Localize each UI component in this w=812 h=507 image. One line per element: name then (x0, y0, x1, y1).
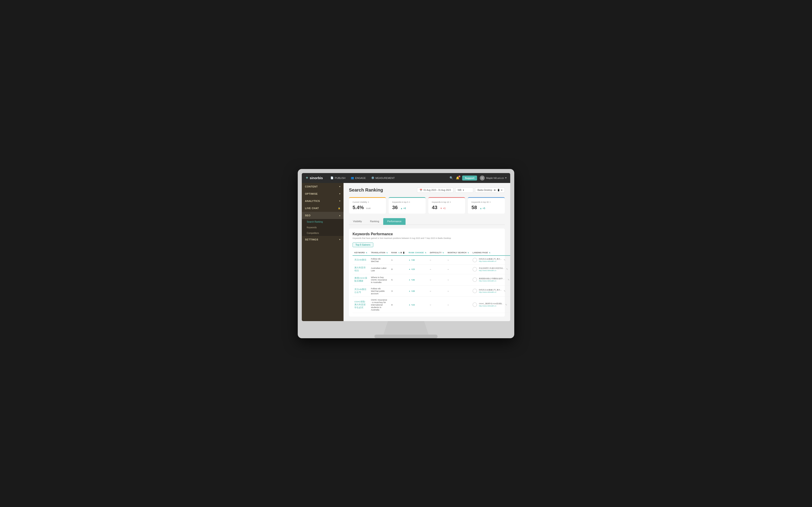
rank-cell: 3 (390, 285, 407, 296)
info-icon[interactable]: ℹ (368, 201, 369, 203)
sidebar-item-livechat[interactable]: LIVE CHAT 🔒 (302, 205, 344, 212)
edit-icon[interactable]: ✎ (504, 259, 505, 261)
edit-icon[interactable]: ✎ (505, 303, 507, 306)
nav-publish[interactable]: 📄 PUBLISH (330, 176, 346, 179)
tab-ranking[interactable]: Ranking (366, 218, 383, 225)
rank-change-cell: ▲ +26 (407, 274, 428, 285)
rank-change-value: ▲ +26 (409, 279, 426, 281)
nib-filter-dropdown[interactable]: NIB ▾ (455, 187, 473, 193)
page-url: http://www.nibhealth.cn (479, 291, 502, 293)
sort-icon[interactable]: ⇅ (425, 252, 426, 253)
bell-icon[interactable]: 🔔 (456, 176, 459, 180)
table-row: OSHC保险-澳大利亚留学生必买 OSHC Insurance - a must… (353, 296, 510, 313)
fair-badge: FAIR (366, 207, 370, 210)
col-translation: TRANSLATION ⇅ (369, 250, 390, 256)
landing-page-cell: 澳洲国际保险公司哪家好|留学字... http://www.nibhealth.… (471, 274, 510, 285)
monthly-search-cell: – (446, 274, 471, 285)
translation-cell: Follow nib WeChat (369, 256, 390, 265)
edit-icon[interactable]: ✎ (508, 279, 510, 281)
sidebar-item-analytics[interactable]: ANALYTICS ▾ (302, 198, 344, 205)
page-thumbnail (472, 289, 477, 293)
tab-visibility[interactable]: Visibility (349, 218, 366, 225)
keyword-link[interactable]: 关注nib微信公众号 (354, 288, 366, 293)
user-menu[interactable]: M Maple hill.uni.cn ▾ (480, 175, 507, 180)
keyword-link[interactable]: 澳大利亚劳动法 (354, 266, 366, 272)
difficulty-cell: – (428, 296, 446, 313)
sort-icon[interactable]: ⇅ (398, 252, 400, 253)
support-button[interactable]: Support (462, 175, 477, 180)
info-icon[interactable]: ℹ (450, 201, 451, 203)
keyword-link[interactable]: 澳洲OSHC保险买哪家 (354, 277, 367, 282)
nav-engage[interactable]: 👥 ENGAGE (350, 176, 366, 179)
sort-icon[interactable]: ⇅ (366, 252, 367, 253)
difficulty-cell: – (428, 285, 446, 296)
sidebar-item-content[interactable]: CONTENT ▾ (302, 183, 344, 190)
page-title-text: 澳洲国际保险公司哪家好|留学字... (479, 277, 506, 280)
difficulty-cell: – (428, 256, 446, 265)
nav-right: 🔍 🔔 Support M Maple hill.uni.cn ▾ (450, 175, 507, 180)
top-navigation: ✦ sinorbis 📄 PUBLISH 👥 ENGAGE ⚙️ MEASURE… (302, 173, 510, 183)
table-body: 关注nib微信 Follow nib WeChat 1 ▲ +30 (353, 256, 510, 313)
kpi-top5-value: 36 ▲ +6 (392, 205, 422, 211)
sidebar-item-optimise[interactable]: OPTIMISE ▾ (302, 190, 344, 198)
sidebar-item-keywords[interactable]: Keywords (302, 225, 344, 230)
tab-performance[interactable]: Performance (383, 218, 406, 225)
keyword-link[interactable]: 关注nib微信 (354, 259, 366, 261)
monitor: ✦ sinorbis 📄 PUBLISH 👥 ENGAGE ⚙️ MEASURE… (298, 169, 514, 338)
edit-icon[interactable]: ✎ (506, 268, 508, 270)
header-controls: 📅 01 Aug 2023 - 31 Aug 2023 NIB ▾ Baidu … (417, 187, 505, 193)
sort-icon[interactable]: ⇅ (489, 252, 490, 253)
kpi-top5-label: Keywords in top 5 ℹ (392, 201, 422, 203)
col-landing-page: LANDING PAGE ⇅ (471, 250, 510, 256)
avatar: M (480, 175, 485, 180)
page-url: http://www.nibhealth.cn (479, 270, 504, 272)
sidebar-item-settings[interactable]: SETTINGS ▾ (302, 236, 344, 243)
edit-icon[interactable]: ✎ (504, 290, 505, 292)
table-row: 澳洲OSHC保险买哪家 Where to buy OSHC insurance … (353, 274, 510, 285)
keyword-cell: 关注nib微信 (353, 256, 369, 265)
sort-icon[interactable]: ⇅ (387, 252, 388, 253)
user-name: Maple hill.uni.cn (486, 177, 504, 179)
nav-measurement[interactable]: ⚙️ MEASUREMENT (371, 176, 395, 179)
col-rank: RANK ⇅ 🖥 📱 (390, 250, 407, 256)
sidebar-item-seo[interactable]: SEO ▴ (302, 212, 344, 219)
chevron-down-icon: ▾ (463, 189, 464, 191)
sidebar-item-search-ranking[interactable]: Search Ranking (302, 219, 344, 225)
page-info: 澳洲国际保险公司哪家好|留学字... http://www.nibhealth.… (479, 277, 506, 282)
measurement-icon: ⚙️ (371, 176, 374, 179)
info-icon[interactable]: ℹ (409, 201, 410, 203)
sort-icon[interactable]: ⇅ (443, 252, 444, 253)
monthly-search-cell: – (446, 264, 471, 274)
sidebar: CONTENT ▾ OPTIMISE ▾ ANALYTICS ▾ LIVE CH… (302, 183, 344, 321)
sidebar-seo-label: SEO (305, 214, 311, 217)
keyword-link[interactable]: OSHC保险-澳大利亚留学生必买 (354, 300, 366, 309)
up-arrow-icon: ▲ (409, 304, 410, 306)
sidebar-optimise-label: OPTIMISE (305, 192, 318, 195)
nav-items: 📄 PUBLISH 👥 ENGAGE ⚙️ MEASUREMENT (330, 176, 444, 179)
rank-change-cell: ▲ +23 (407, 296, 428, 313)
page-thumbnail (472, 267, 477, 272)
translation-cell: OSHC Insurance - a must-buy for internat… (369, 296, 390, 313)
table-row: 关注nib微信公众号 Follow nib WeChat public acco… (353, 285, 510, 296)
up-arrow-icon: ▲ (409, 290, 410, 292)
rank-cell: 8 (390, 264, 407, 274)
sort-icon[interactable]: ⇅ (468, 252, 469, 253)
baidu-filter-dropdown[interactable]: Baidu Desktop 🖥 📱 ▾ (475, 187, 505, 193)
difficulty-cell: – (428, 264, 446, 274)
info-icon[interactable]: ℹ (490, 201, 490, 203)
rank-cell: 8 (390, 296, 407, 313)
keyword-cell: OSHC保险-澳大利亚留学生必买 (353, 296, 369, 313)
kpi-card-top30: Keywords in top 30 ℹ 58 ▲ +5 (468, 197, 505, 214)
lock-icon: 🔒 (338, 207, 341, 209)
monthly-search-cell: – (446, 256, 471, 265)
chevron-down-icon: ▾ (505, 176, 507, 179)
date-picker[interactable]: 📅 01 Aug 2023 - 31 Aug 2023 (417, 187, 453, 193)
mobile-icon: 📱 (403, 252, 405, 254)
search-icon[interactable]: 🔍 (450, 176, 453, 180)
rank-change-value: ▲ +23 (409, 303, 426, 306)
sidebar-item-competitors[interactable]: Competitors (302, 230, 344, 236)
chevron-down-icon: ▾ (339, 193, 341, 195)
chevron-down-icon: ▾ (501, 189, 502, 191)
page-thumbnail (472, 258, 477, 262)
nav-engage-label: ENGAGE (355, 177, 366, 179)
